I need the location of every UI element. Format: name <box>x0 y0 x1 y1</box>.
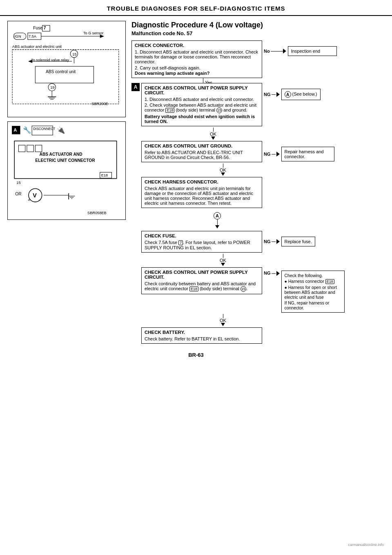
ok-label-1: OK <box>210 132 216 137</box>
svg-marker-54 <box>276 92 280 97</box>
svg-marker-9 <box>100 35 104 38</box>
svg-text:15: 15 <box>16 181 20 185</box>
svg-text:19: 19 <box>50 85 54 90</box>
check-power-supply-2-body: Check continuity between battery and ABS… <box>145 281 259 292</box>
svg-text:SBR200E: SBR200E <box>91 102 108 106</box>
svg-text:ABS ACTUATOR AND: ABS ACTUATOR AND <box>40 152 82 156</box>
check-power-supply-body: 1. Disconnect ABS actuator and electric … <box>145 97 259 124</box>
svg-text:ABS control unit: ABS control unit <box>46 69 76 74</box>
flow-chart: CHECK CONNECTOR. 1. Disconnect ABS actua… <box>131 40 385 344</box>
svg-marker-57 <box>221 172 225 176</box>
page-header: TROUBLE DIAGNOSES FOR SELF-DIAGNOSTIC IT… <box>0 0 392 16</box>
svg-text:ABS actuator and electric unit: ABS actuator and electric unit <box>12 45 62 49</box>
check-fuse-box: CHECK FUSE. Check 7.5A fuse 7. For fuse … <box>141 231 262 253</box>
ng-label-2: NG <box>264 152 271 157</box>
page-number: BR-63 <box>188 352 204 358</box>
check-fuse-body: Check 7.5A fuse 7. For fuse layout, refe… <box>145 240 259 250</box>
arrow-right-2 <box>276 92 280 97</box>
svg-text:DISCONNECT: DISCONNECT <box>33 127 55 131</box>
repair-harness-label-1: Repair harness and connector. <box>285 149 324 159</box>
inspection-end-label: Inspection end <box>291 49 321 54</box>
circled-a-connector: A <box>214 212 221 219</box>
check-ground-title: CHECK ABS CONTROL UNIT GROUND. <box>145 143 259 148</box>
replace-fuse-label: Replace fuse. <box>285 239 312 244</box>
check-connector-body: 1. Disconnect ABS actuator and electric … <box>135 49 259 76</box>
arrow-down-4 <box>221 263 225 266</box>
circuit-diagram-top: Fuse 7 IGN 7.5A To G sensor ABS actuator… <box>7 21 126 117</box>
ng-label-1: NG <box>264 92 271 97</box>
label-a: A <box>131 83 140 91</box>
check-connector-title: CHECK CONNECTOR. <box>135 43 259 48</box>
ok-label-4: OK <box>220 318 226 323</box>
check-battery-box: CHECK BATTERY. Check battery. Refer to B… <box>141 327 262 344</box>
see-below-box: A (See below.) <box>281 89 321 100</box>
check-power-supply-2-box: CHECK ABS CONTROL UNIT POWER SUPPLY CIRC… <box>141 267 262 294</box>
ng-label-3: NG <box>264 239 271 244</box>
check-power-supply-2-title: CHECK ABS CONTROL UNIT POWER SUPPLY CIRC… <box>145 270 259 280</box>
svg-text:−: − <box>39 198 41 202</box>
repair-harness-box-1: Repair harness and connector. <box>281 147 334 161</box>
circuit-diagram-bottom: A DISCONNECT 🔧 🔌 ABS ACTUATOR AND ELECTR… <box>7 121 126 220</box>
svg-marker-62 <box>221 323 225 326</box>
arrow-right-4 <box>276 239 280 244</box>
page-title: TROUBLE DIAGNOSES FOR SELF-DIAGNOSTIC IT… <box>0 5 392 12</box>
svg-text:SBR058EB: SBR058EB <box>87 211 106 215</box>
svg-text:🔌: 🔌 <box>57 126 65 134</box>
arrow-down-5 <box>221 323 225 326</box>
svg-marker-56 <box>276 152 280 157</box>
svg-text:OR: OR <box>15 192 21 196</box>
arrow-down-2 <box>221 172 225 176</box>
check-following-label: Check the following. <box>285 273 341 278</box>
ok-label-2: OK <box>220 168 226 172</box>
arrow-down-1 <box>211 137 215 140</box>
svg-marker-58 <box>215 225 219 228</box>
see-below-label: A (See below.) <box>285 92 317 96</box>
check-ground-box: CHECK ABS CONTROL UNIT GROUND. Refer to … <box>141 141 262 162</box>
svg-text:E18: E18 <box>101 173 108 177</box>
check-battery-title: CHECK BATTERY. <box>145 330 259 335</box>
svg-text:+: + <box>28 198 30 202</box>
svg-text:15: 15 <box>72 52 76 56</box>
arrow-right-3 <box>276 152 280 157</box>
svg-marker-55 <box>211 137 215 140</box>
arrow-right-1 <box>283 49 286 54</box>
diagnostic-subtitle: Malfunction code No. 57 <box>131 30 385 36</box>
check-harness-body: Check ABS actuator and electric unit pin… <box>145 186 259 206</box>
arrow-down-3 <box>215 225 219 228</box>
svg-marker-17 <box>28 60 32 63</box>
watermark: carmanualsonline.info <box>348 543 384 547</box>
svg-rect-36 <box>18 145 25 152</box>
svg-text:IGN: IGN <box>14 34 21 38</box>
page-footer: BR-63 <box>0 352 392 358</box>
svg-rect-38 <box>35 145 42 152</box>
diagnostic-title: Diagnostic Procedure 4 (Low voltage) <box>131 21 385 29</box>
svg-marker-60 <box>221 263 225 266</box>
svg-rect-37 <box>27 145 33 152</box>
svg-text:🔧: 🔧 <box>23 126 31 134</box>
svg-marker-59 <box>276 239 280 244</box>
ok-label-3: OK <box>220 258 226 263</box>
check-power-supply-box: CHECK ABS CONTROL UNIT POWER SUPPLY CIRC… <box>141 83 262 126</box>
svg-marker-61 <box>276 271 280 276</box>
ng-label-4: NG <box>264 271 271 275</box>
svg-text:7: 7 <box>44 26 46 30</box>
svg-rect-18 <box>35 66 94 83</box>
svg-text:ELECTRIC UNIT CONNECTOR: ELECTRIC UNIT CONNECTOR <box>35 158 95 163</box>
no-label: No <box>264 49 270 54</box>
check-power-supply-title: CHECK ABS CONTROL UNIT POWER SUPPLY CIRC… <box>145 85 259 95</box>
check-connector-box: CHECK CONNECTOR. 1. Disconnect ABS actua… <box>131 40 262 78</box>
arrow-right-5 <box>276 271 280 276</box>
left-panel: Fuse 7 IGN 7.5A To G sensor ABS actuator… <box>7 21 126 344</box>
svg-text:To G sensor: To G sensor <box>83 31 104 35</box>
check-ground-body: Refer to ABS ACTUATOR AND ELEC-TRIC UNIT… <box>145 150 259 160</box>
inspection-end-box: Inspection end <box>288 46 337 56</box>
check-fuse-title: CHECK FUSE. <box>145 233 259 238</box>
svg-text:V: V <box>33 192 37 199</box>
check-following-box: Check the following. ● Harness connector… <box>281 271 345 313</box>
svg-text:Fuse: Fuse <box>33 26 42 30</box>
svg-marker-53 <box>283 49 286 54</box>
replace-fuse-box: Replace fuse. <box>281 237 315 246</box>
svg-text:7.5A: 7.5A <box>29 34 37 38</box>
svg-text:A: A <box>13 128 17 132</box>
check-harness-box: CHECK HARNESS CONNECTOR. Check ABS actua… <box>141 177 262 208</box>
